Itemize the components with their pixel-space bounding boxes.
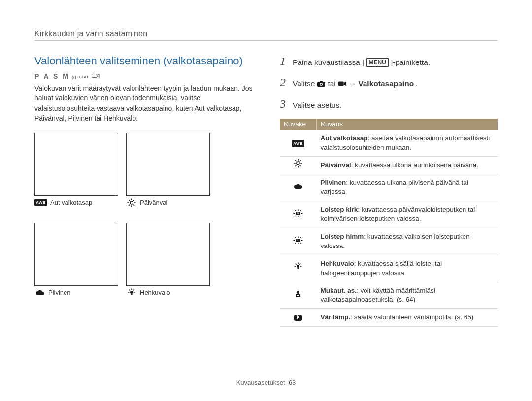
bulb-icon bbox=[293, 263, 303, 270]
thumb-label-text: Pilvinen bbox=[48, 289, 71, 296]
svg-point-1 bbox=[130, 201, 133, 204]
breadcrumb: Kirkkauden ja värin säätäminen bbox=[34, 30, 498, 38]
thumb-daylight: Päivänval bbox=[126, 133, 210, 206]
step-2: 2 Valitse tai bbox=[280, 76, 498, 89]
svg-rect-11 bbox=[131, 294, 133, 295]
table-row: H Loistep kirk: kuvat bbox=[280, 201, 498, 228]
table-head-desc: Kuvaus bbox=[317, 119, 498, 130]
table-row: Pilvinen: kuvattaessa ulkona pilvisenä p… bbox=[280, 174, 498, 201]
svg-line-6 bbox=[129, 200, 130, 201]
table-row: Mukaut. as.: voit käyttää määrittämiäsi … bbox=[280, 282, 498, 309]
svg-rect-0 bbox=[92, 74, 97, 78]
step-text-part: Valitse bbox=[293, 78, 315, 89]
svg-point-51 bbox=[297, 265, 299, 268]
mode-letters: P A S M bbox=[34, 72, 70, 80]
table-row: K Värilämp.: säädä valonlähteen värilämp… bbox=[280, 309, 498, 327]
svg-text:L: L bbox=[298, 239, 299, 242]
step-number: 1 bbox=[280, 55, 288, 68]
menu-button-label: MENU bbox=[366, 58, 389, 67]
section-title: Valonlähteen valitseminen (valkotasapain… bbox=[34, 55, 257, 67]
step-text-part: tai bbox=[328, 78, 335, 89]
step-text-part: ]-painiketta. bbox=[391, 57, 430, 68]
step-3: 3 Valitse asetus. bbox=[280, 97, 498, 111]
awb-icon: AWB bbox=[292, 140, 304, 147]
bulb-icon bbox=[126, 289, 137, 296]
svg-line-7 bbox=[133, 205, 134, 206]
step-text-bold: Valkotasapaino bbox=[358, 78, 414, 89]
thumb-image-placeholder bbox=[34, 223, 118, 286]
sun-icon bbox=[293, 160, 303, 167]
svg-line-16 bbox=[133, 290, 134, 290]
dual-mode-icon: DUAL bbox=[72, 75, 90, 79]
svg-line-15 bbox=[129, 290, 130, 290]
svg-point-20 bbox=[321, 83, 322, 85]
thumb-tungsten: Hehkuvalo bbox=[126, 223, 210, 296]
svg-point-59 bbox=[297, 291, 299, 294]
svg-line-28 bbox=[300, 165, 301, 166]
svg-text:H: H bbox=[297, 212, 299, 215]
footer-page-number: 63 bbox=[289, 379, 296, 386]
camera-icon bbox=[317, 80, 326, 88]
step-number: 2 bbox=[280, 76, 288, 89]
svg-line-38 bbox=[295, 216, 296, 216]
thumb-image-placeholder bbox=[126, 223, 210, 286]
row-title: Pilvinen bbox=[321, 179, 346, 186]
video-icon bbox=[338, 80, 347, 88]
cloud-icon bbox=[34, 289, 45, 296]
row-desc: : säädä valonlähteen värilämpötila. (s. … bbox=[350, 313, 473, 321]
footer-section: Kuvausasetukset bbox=[236, 379, 285, 386]
movie-mode-icon bbox=[92, 72, 100, 80]
thumb-label-text: Hehkuvalo bbox=[140, 289, 170, 296]
awb-icon: AWB bbox=[34, 199, 47, 206]
step-number: 3 bbox=[280, 97, 288, 111]
svg-rect-52 bbox=[298, 268, 299, 269]
row-title: Värilämp. bbox=[321, 313, 351, 321]
fluorescent-low-icon: L bbox=[293, 236, 303, 244]
svg-line-49 bbox=[300, 243, 301, 244]
svg-line-56 bbox=[296, 264, 296, 264]
svg-line-29 bbox=[300, 161, 301, 162]
thumb-image-placeholder bbox=[34, 133, 118, 196]
svg-point-10 bbox=[130, 291, 133, 294]
svg-line-9 bbox=[129, 205, 130, 206]
svg-line-57 bbox=[300, 264, 300, 264]
row-title: Mukaut. as. bbox=[321, 287, 357, 294]
table-row: Päivänval: kuvattaessa ulkona aurinkoise… bbox=[280, 156, 498, 174]
table-row: AWB Aut valkotasap: asettaa valkotasapai… bbox=[280, 130, 498, 156]
fluorescent-high-icon: H bbox=[293, 209, 303, 216]
sun-icon bbox=[126, 199, 137, 206]
divider bbox=[34, 40, 498, 41]
intro-paragraph: Valokuvan värit määräytyvät valonlähteen… bbox=[34, 83, 257, 123]
thumb-label-text: Päivänval bbox=[140, 199, 167, 206]
svg-line-46 bbox=[295, 237, 296, 238]
row-title: Loistep kirk bbox=[321, 206, 358, 213]
svg-line-27 bbox=[296, 161, 297, 162]
row-title: Hehkuvalo bbox=[321, 260, 354, 267]
white-balance-table: Kuvake Kuvaus AWB Aut valkotasap: asetta… bbox=[280, 119, 498, 327]
table-head-icon: Kuvake bbox=[280, 119, 317, 130]
svg-point-22 bbox=[297, 162, 299, 165]
row-desc: : kuvattaessa ulkona aurinkoisena päivän… bbox=[351, 161, 478, 169]
thumb-awb: AWB Aut valkotasap bbox=[34, 133, 118, 206]
table-row: Hehkuvalo: kuvattaessa sisällä loiste- t… bbox=[280, 255, 498, 282]
thumb-label-text: Aut valkotasap bbox=[50, 199, 92, 206]
svg-line-48 bbox=[295, 243, 296, 244]
cloud-icon bbox=[293, 183, 303, 190]
thumb-cloudy: Pilvinen bbox=[34, 223, 118, 296]
thumb-image-placeholder bbox=[126, 133, 210, 196]
table-row: L Loistep himm: kuvat bbox=[280, 228, 498, 255]
mode-indicators: P A S M DUAL bbox=[34, 72, 257, 80]
custom-wb-icon bbox=[293, 290, 303, 298]
svg-line-30 bbox=[296, 165, 297, 166]
svg-line-39 bbox=[300, 216, 301, 216]
step-text-part: Paina kuvaustilassa [ bbox=[293, 57, 365, 68]
svg-line-8 bbox=[133, 200, 134, 201]
row-title: Loistep himm bbox=[321, 233, 364, 240]
svg-line-37 bbox=[300, 210, 301, 211]
row-title: Päivänval bbox=[321, 161, 351, 169]
page-footer: Kuvausasetukset 63 bbox=[0, 379, 532, 386]
step-text-part: → bbox=[349, 78, 357, 89]
kelvin-icon: K bbox=[294, 315, 302, 321]
step-1: 1 Paina kuvaustilassa [MENU]-painiketta. bbox=[280, 55, 498, 68]
svg-line-36 bbox=[295, 210, 296, 211]
